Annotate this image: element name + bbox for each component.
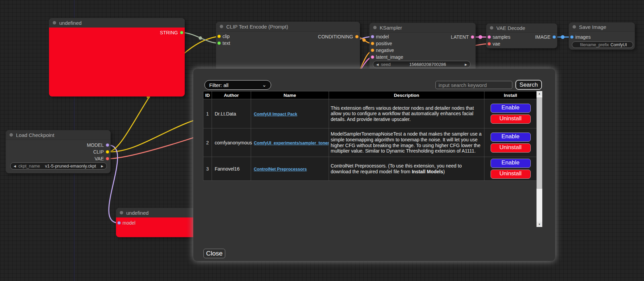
description-text: ): [443, 169, 445, 174]
table-scrollbar[interactable]: ▲ ▼: [536, 91, 542, 227]
extension-link[interactable]: ControlNet Preprocessors: [254, 167, 307, 172]
node-header[interactable]: Load Checkpoint: [6, 130, 111, 140]
filter-select[interactable]: Filter: all ⌄: [204, 80, 271, 90]
collapse-dot-icon[interactable]: [373, 26, 377, 29]
slot-label: LATENT: [451, 34, 469, 40]
cell-description: This extension offers various detector n…: [329, 99, 484, 128]
collapse-dot-icon[interactable]: [53, 21, 56, 24]
output-slot-vae: VAE: [6, 155, 111, 162]
filter-select-label: Filter: all: [209, 82, 229, 88]
cell-name: ComfyUI Impact Pack: [251, 99, 329, 128]
output-slot-image: IMAGE: [486, 34, 557, 40]
input-slot-images: images: [569, 34, 635, 40]
stepper-right-icon[interactable]: ▶: [465, 63, 467, 66]
slot-label: positive: [376, 40, 392, 47]
input-dot-latent-image[interactable]: [371, 55, 374, 59]
slot-label: negative: [376, 47, 394, 54]
node-header[interactable]: VAE Decode: [486, 23, 557, 33]
extensions-table: ID Author Name Description Install 1 Dr.…: [203, 91, 537, 181]
uninstall-button[interactable]: Uninstall: [491, 170, 531, 179]
description-bold-text: Install Models: [412, 169, 443, 174]
seed-widget[interactable]: ◀ seed 156680208700286 ▶: [373, 61, 470, 68]
widget-value[interactable]: ComfyUI: [609, 42, 627, 47]
widget-name: seed: [381, 62, 391, 67]
output-dot-image[interactable]: [552, 35, 556, 39]
search-input[interactable]: [435, 81, 512, 89]
cell-author: Dr.Lt.Data: [212, 99, 251, 128]
uninstall-button[interactable]: Uninstall: [491, 115, 531, 124]
filename-prefix-widget[interactable]: filename_prefix ComfyUI: [572, 41, 633, 48]
node-header[interactable]: Save Image: [569, 22, 635, 32]
input-slot-latent-image: latent_image: [369, 54, 476, 60]
close-button[interactable]: Close: [203, 249, 225, 258]
ckpt-name-widget[interactable]: ◀ ckpt_name v1-5-pruned-emaonly.ckpt ▶: [10, 162, 107, 170]
stepper-left-icon[interactable]: ◀: [376, 63, 379, 66]
uninstall-button[interactable]: Uninstall: [491, 143, 531, 153]
input-dot-text[interactable]: [217, 41, 221, 45]
cell-name: ControlNet Preprocessors: [251, 157, 329, 181]
output-dot-conditioning[interactable]: [355, 35, 359, 38]
output-dot-clip[interactable]: [106, 150, 109, 154]
slot-label: MODEL: [87, 142, 104, 148]
output-dot-latent[interactable]: [471, 35, 474, 39]
node-undefined-top[interactable]: undefined STRING: [49, 18, 185, 96]
input-dot-images[interactable]: [570, 35, 574, 39]
output-dot-string[interactable]: [180, 31, 183, 34]
cell-name: ComfyUI_experiments/sampler_tonemap: [251, 128, 329, 157]
collapse-dot-icon[interactable]: [120, 211, 123, 214]
collapse-dot-icon[interactable]: [490, 26, 493, 30]
collapse-dot-icon[interactable]: [573, 25, 576, 29]
scroll-up-icon[interactable]: ▲: [536, 91, 542, 96]
output-dot-vae[interactable]: [106, 157, 109, 160]
col-header-install: Install: [484, 91, 537, 99]
slot-label: VAE: [95, 155, 104, 162]
stepper-left-icon[interactable]: ◀: [14, 164, 16, 168]
widget-name: ckpt_name: [18, 163, 40, 169]
node-save-image[interactable]: Save Image images filename_prefix ComfyU…: [569, 22, 635, 50]
input-slot-vae: vae: [486, 40, 557, 47]
slot-label: IMAGE: [535, 34, 550, 40]
node-header[interactable]: CLIP Text Encode (Prompt): [216, 22, 360, 32]
input-dot-vae[interactable]: [488, 42, 491, 46]
output-dot-model[interactable]: [106, 143, 109, 147]
node-load-checkpoint[interactable]: Load Checkpoint MODEL CLIP VAE ◀ ckpt_na…: [6, 130, 111, 173]
scrollbar-thumb[interactable]: [536, 98, 542, 189]
enable-button[interactable]: Enable: [491, 104, 531, 113]
wire-midpoint-dot: [362, 38, 366, 42]
collapse-dot-icon[interactable]: [10, 133, 13, 137]
scroll-down-icon[interactable]: ▼: [536, 222, 542, 227]
cell-id: 3: [203, 157, 212, 181]
extension-link[interactable]: ComfyUI Impact Pack: [254, 112, 297, 117]
input-dot-negative[interactable]: [371, 49, 374, 52]
widget-value[interactable]: 156680208700286: [391, 62, 465, 67]
widget-name: filename_prefix: [580, 42, 609, 47]
wire-midpoint-dot: [561, 35, 565, 39]
node-body-error: STRING: [49, 28, 185, 96]
node-title: Load Checkpoint: [16, 132, 54, 138]
search-button[interactable]: Search: [515, 80, 542, 90]
col-header-author: Author: [212, 91, 251, 99]
input-dot-model[interactable]: [117, 221, 121, 225]
node-ksampler[interactable]: KSampler model positive negative latent_…: [369, 23, 476, 73]
node-header[interactable]: KSampler: [369, 23, 476, 33]
cell-id: 2: [203, 128, 212, 157]
node-title: CLIP Text Encode (Prompt): [226, 24, 288, 30]
chevron-down-icon: ⌄: [262, 83, 266, 87]
collapse-dot-icon[interactable]: [220, 25, 223, 28]
extension-link[interactable]: ComfyUI_experiments/sampler_tonemap: [254, 141, 329, 145]
input-slot-text: text: [216, 40, 360, 47]
node-vae-decode[interactable]: VAE Decode samples vae IMAGE: [486, 23, 557, 48]
stepper-right-icon[interactable]: ▶: [101, 164, 103, 168]
input-dot-positive[interactable]: [371, 42, 374, 45]
col-header-id: ID: [203, 91, 212, 99]
enable-button[interactable]: Enable: [491, 159, 531, 168]
widget-value[interactable]: v1-5-pruned-emaonly.ckpt: [40, 163, 101, 169]
comfyui-canvas[interactable]: undefined STRING CLIP Text Encode (Promp…: [0, 0, 644, 281]
node-title: undefined: [126, 210, 149, 216]
cell-description: ModelSamplerTonemapNoiseTest a node that…: [329, 128, 484, 157]
node-header[interactable]: undefined: [49, 18, 185, 28]
table-header-row: ID Author Name Description Install: [203, 91, 537, 99]
cell-install: Enable Uninstall: [484, 157, 537, 181]
node-clip-text-encode[interactable]: CLIP Text Encode (Prompt) clip text COND…: [216, 22, 360, 73]
enable-button[interactable]: Enable: [491, 133, 531, 142]
